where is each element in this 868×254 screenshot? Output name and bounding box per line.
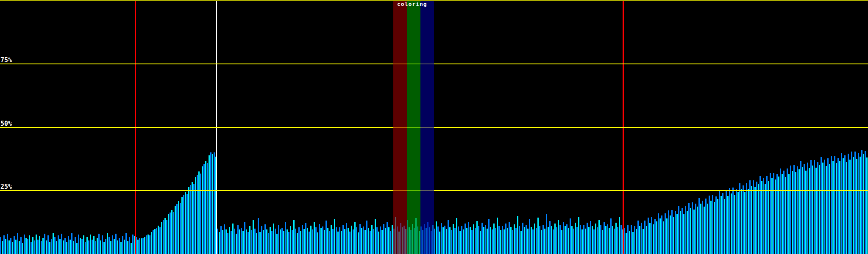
histogram-bar [14,236,15,254]
histogram-bar [731,193,732,254]
histogram-bar [446,229,447,254]
gridline-25pct [0,190,868,191]
histogram-bar [705,199,707,254]
histogram-bar [185,192,186,254]
histogram-bar [465,224,466,254]
histogram-bar [822,163,823,254]
histogram-bar [51,239,52,254]
histogram-bar [293,220,295,254]
histogram-bar [558,220,559,254]
histogram-bar [163,220,164,254]
histogram-bar [748,189,749,254]
histogram-bar [156,228,157,254]
histogram-bar [125,233,127,254]
histogram-bar [534,224,535,254]
histogram-bar [317,232,318,254]
histogram-bar [644,221,645,254]
histogram-bar [253,220,254,254]
histogram-bar [785,177,786,254]
histogram-bar [232,224,234,254]
histogram-bar [178,201,179,254]
histogram-bar [680,211,681,254]
histogram-bar [612,226,613,254]
histogram-bar [793,165,795,254]
histogram-bar [78,235,79,254]
histogram-bar [259,232,261,254]
histogram-bar [605,226,606,254]
histogram-bar [736,189,737,254]
histogram-bar [724,199,725,254]
histogram-bar [342,225,344,254]
histogram-bar [848,154,849,254]
histogram-bar [836,163,837,254]
histogram-bar [344,229,345,254]
histogram-bar [509,222,510,254]
histogram-bar [381,230,383,254]
histogram-bar [570,218,571,254]
histogram-bar [687,211,688,254]
histogram-bar [334,219,335,254]
histogram-bar [319,224,320,254]
histogram-bar [158,226,159,254]
histogram-bar [212,154,213,254]
histogram-bar [12,242,13,254]
histogram-bar [600,225,601,254]
histogram-bar [634,226,635,254]
histogram-bar [729,188,730,254]
histogram-bar [105,239,106,254]
histogram-bar [348,228,349,254]
histogram-bar [370,231,371,254]
histogram-bar [648,218,649,254]
histogram-bar [734,195,735,254]
histogram-bar [563,222,564,254]
histogram-bar [502,226,503,254]
histogram-bar [698,198,700,254]
histogram-bar [863,154,864,254]
histogram-bar [24,235,25,254]
histogram-bar [580,225,581,254]
histogram-bar [692,202,693,254]
histogram-bar [665,213,666,254]
histogram-bar [470,227,471,254]
histogram-bar [129,237,130,254]
histogram-bar [475,228,476,254]
histogram-bar [390,231,391,254]
histogram-bar [214,152,215,254]
histogram-bar [59,239,61,254]
histogram-bar [461,226,462,254]
histogram-bar [273,224,274,254]
histogram-bar [361,228,362,254]
histogram-bar [298,227,300,254]
histogram-bar [551,226,552,254]
histogram-bar [380,226,381,254]
histogram-bar [512,230,513,254]
histogram-bar [324,230,325,254]
histogram-bar [492,229,493,254]
histogram-bar [548,227,549,254]
histogram-bar [844,155,846,254]
histogram-bar [541,230,542,254]
histogram-bar [798,169,800,254]
histogram-bar [256,233,257,254]
histogram-bar [68,236,69,254]
histogram-bar [47,235,49,254]
histogram-bar [856,159,857,254]
histogram-bar [375,219,376,254]
histogram-bar [153,230,154,254]
histogram-bar [629,231,630,254]
histogram-bar [337,232,339,254]
histogram-bar [643,229,644,254]
histogram-bar [39,236,40,254]
histogram-bar [554,224,556,254]
histogram-bar [817,162,818,254]
histogram-bar [626,233,627,254]
histogram-bar [614,229,615,254]
histogram-bar [339,227,340,254]
histogram-bar [300,231,301,254]
histogram-bar [387,222,388,254]
histogram-bar [166,220,167,254]
histogram-bar [860,157,861,254]
histogram-bar [46,240,47,254]
histogram-bar [637,221,639,254]
histogram-bar [805,171,807,254]
